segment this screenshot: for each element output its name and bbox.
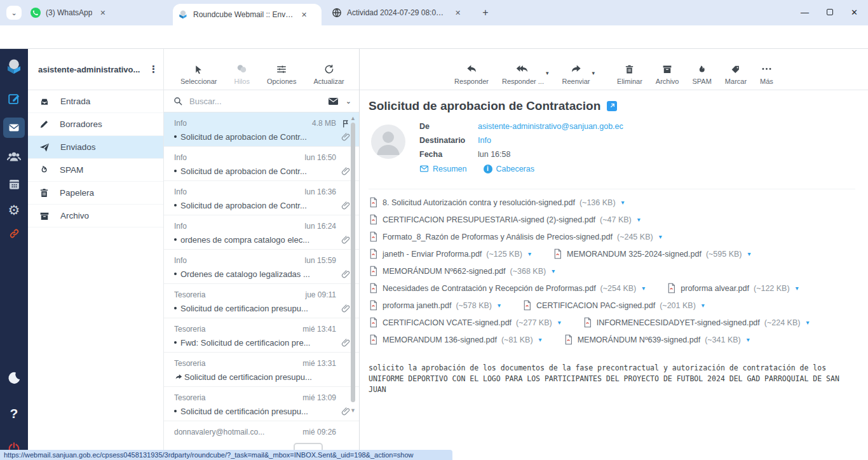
attachment-menu-caret[interactable]: ▾ [498, 302, 501, 309]
attachment-name[interactable]: MEMORÁNDUM Nº639-signed.pdf [578, 335, 701, 344]
attachment-menu-caret[interactable]: ▾ [642, 285, 645, 292]
attachment-name[interactable]: MEMORANDUM 325-2024-signed.pdf [567, 250, 702, 259]
maximize-button[interactable] [827, 9, 833, 15]
tab-search-button[interactable]: ⌄ [6, 6, 22, 20]
attachment-name[interactable]: proforma janeth.pdf [383, 301, 451, 310]
compose-icon[interactable] [0, 92, 28, 106]
attachment-chip[interactable]: MEMORANDUM 136-signed.pdf(~81 KB)▾ [369, 334, 542, 345]
attachment-chip[interactable]: MEMORÁNDUM Nº639-signed.pdf(~341 KB)▾ [564, 334, 750, 345]
attachment-chip[interactable]: MEMORÁNDUM Nº662-signed.pdf(~368 KB)▾ [369, 266, 555, 276]
new-tab-button[interactable]: + [478, 6, 492, 20]
message-row[interactable]: Info4.8 MB Solicitud de aprobacion de Co… [164, 112, 359, 147]
attachment-chip[interactable]: INFORMENECESIDADYET-signed-signed.pdf(~2… [583, 317, 810, 328]
attachment-menu-caret[interactable]: ▾ [806, 319, 809, 326]
headers-link[interactable]: iCabeceras [484, 165, 534, 173]
message-row[interactable]: Infolun 16:50 Solicitud de aprobacion de… [164, 147, 359, 181]
search-bar[interactable]: ⌄ [164, 90, 359, 112]
attachment-chip[interactable]: MEMORANDUM 325-2024-signed.pdf(~595 KB)▾ [553, 248, 751, 259]
dark-mode-moon-icon[interactable] [0, 370, 28, 386]
roundcube-logo[interactable] [0, 58, 28, 77]
calendar-icon[interactable] [0, 177, 28, 191]
summary-link[interactable]: Resumen [419, 164, 467, 173]
attachment-menu-caret[interactable]: ▾ [747, 336, 750, 343]
from-address-link[interactable]: asistente-administrativo@sanjuan.gob.ec [478, 122, 623, 131]
attachment-name[interactable]: MEMORÁNDUM Nº662-signed.pdf [383, 267, 506, 276]
list-scrollbar-thumb[interactable] [351, 123, 355, 402]
attachment-menu-caret[interactable]: ▾ [659, 233, 662, 240]
tab-close-icon[interactable]: ✕ [100, 9, 105, 17]
attachment-menu-caret[interactable]: ▾ [702, 302, 705, 309]
link-icon[interactable] [0, 228, 28, 239]
mail-nav-active[interactable] [0, 118, 28, 138]
attachment-menu-caret[interactable]: ▾ [637, 216, 641, 223]
attachment-name[interactable]: Necesidades de Contratación y Recepción … [383, 284, 596, 293]
attachment-chip[interactable]: 8. Solicitud Autorización contra y resol… [369, 197, 625, 208]
delete-button[interactable]: Eliminar [617, 64, 642, 85]
attachment-menu-caret[interactable]: ▾ [796, 285, 799, 292]
attachment-menu-caret[interactable]: ▾ [552, 267, 555, 274]
attachment-name[interactable]: CERTIFICACION PAC-signed.pdf [536, 301, 655, 310]
minimize-button[interactable]: — [801, 8, 809, 17]
attachment-chip[interactable]: proforma alvear.pdf(~122 KB)▾ [667, 283, 798, 294]
attachment-menu-caret[interactable]: ▾ [748, 250, 751, 257]
folder-borradores[interactable]: Borradores [28, 113, 163, 136]
to-address-link[interactable]: Info [478, 136, 491, 145]
reply-all-button[interactable]: Responder ... [502, 63, 544, 85]
folder-archivo[interactable]: Archivo [28, 205, 163, 227]
message-row[interactable]: Infolun 16:24 ordenes de compra catalogo… [164, 215, 359, 250]
options-button[interactable]: Opciones [267, 64, 296, 85]
tab-close-icon[interactable]: ✕ [301, 11, 307, 19]
attachment-chip[interactable]: proforma janeth.pdf(~578 KB)▾ [369, 300, 501, 311]
open-in-new-window-icon[interactable] [607, 101, 617, 111]
attachment-chip[interactable]: CERTIFICACION PAC-signed.pdf(~201 KB)▾ [522, 300, 705, 311]
select-button[interactable]: Seleccionar [180, 64, 217, 85]
folder-enviados[interactable]: Enviados [28, 136, 163, 159]
more-button[interactable]: Más [760, 63, 773, 85]
folder-papelera[interactable]: Papelera [28, 182, 163, 205]
attachment-chip[interactable]: Necesidades de Contratación y Recepción … [369, 283, 645, 294]
attachment-name[interactable]: Formato_8_Razón de Proformas y Análisis … [383, 233, 613, 241]
refresh-button[interactable]: Actualizar [313, 64, 344, 85]
attachment-name[interactable]: 8. Solicitud Autorización contra y resol… [383, 198, 575, 207]
scrollbar-up-arrow[interactable]: ▲ [350, 115, 356, 121]
account-header[interactable]: asistente-administrativo... ⋮ [28, 49, 163, 90]
forward-caret[interactable]: ▾ [592, 70, 595, 85]
message-row[interactable]: Tesoreriajue 09:11 Solicitud de certific… [164, 284, 359, 318]
tab-whatsapp[interactable]: (3) WhatsApp ✕ [25, 0, 170, 25]
help-icon[interactable]: ? [0, 406, 28, 421]
search-options-caret[interactable]: ⌄ [346, 97, 351, 105]
attachment-menu-caret[interactable]: ▾ [528, 250, 531, 257]
attachment-name[interactable]: CERTIFICACION VCATE-signed.pdf [383, 318, 512, 327]
account-menu-kebab-icon[interactable]: ⋮ [149, 64, 158, 75]
attachment-menu-caret[interactable]: ▾ [558, 319, 561, 326]
attachment-chip[interactable]: janeth - Enviar Proforma.pdf(~125 KB)▾ [369, 248, 531, 259]
folder-entrada[interactable]: Entrada [28, 90, 163, 113]
mark-button[interactable]: Marcar [725, 64, 747, 85]
attachment-chip[interactable]: CERTIFICACION PRESUPUESTARIA-signed (2)-… [369, 214, 641, 225]
scope-envelope-icon[interactable] [327, 95, 339, 107]
attachment-name[interactable]: INFORMENECESIDADYET-signed-signed.pdf [597, 318, 760, 327]
attachment-chip[interactable]: Formato_8_Razón de Proformas y Análisis … [369, 231, 662, 242]
reply-all-caret[interactable]: ▾ [546, 70, 549, 85]
attachment-name[interactable]: MEMORANDUM 136-signed.pdf [383, 335, 497, 344]
attachment-menu-caret[interactable]: ▾ [539, 336, 542, 343]
tab-roundcube-active[interactable]: Roundcube Webmail :: Enviados ✕ [173, 4, 322, 25]
message-row[interactable]: Infolun 15:59 Ordenes de catalogo legali… [164, 250, 359, 284]
search-input[interactable] [189, 97, 321, 106]
folder-spam[interactable]: SPAM [28, 159, 163, 182]
message-row[interactable]: Tesoreriamié 13:41 Fwd: Solicitud de cer… [164, 318, 359, 353]
archive-button[interactable]: Archivo [656, 64, 679, 85]
attachment-name[interactable]: janeth - Enviar Proforma.pdf [383, 250, 482, 259]
scrollbar-down-arrow[interactable]: ▼ [350, 407, 356, 414]
threads-button[interactable]: Hilos [234, 63, 249, 85]
tab-actividad[interactable]: Actividad 2024-07-29 08:00:00 ✕ [327, 0, 471, 25]
spam-button[interactable]: SPAM [693, 64, 712, 85]
reply-button[interactable]: Responder [454, 63, 489, 85]
close-button[interactable]: ✕ [851, 8, 858, 17]
forward-message-button[interactable]: Reenviar [562, 63, 590, 85]
attachment-name[interactable]: CERTIFICACION PRESUPUESTARIA-signed (2)-… [383, 215, 595, 224]
settings-gear-icon[interactable]: ⚙ [0, 203, 28, 218]
message-row[interactable]: Tesoreriamié 13:31 Solicitud de certific… [164, 353, 359, 387]
contacts-icon[interactable] [0, 149, 28, 165]
message-row[interactable]: Tesoreriamié 13:09 Solicitud de certific… [164, 387, 359, 421]
